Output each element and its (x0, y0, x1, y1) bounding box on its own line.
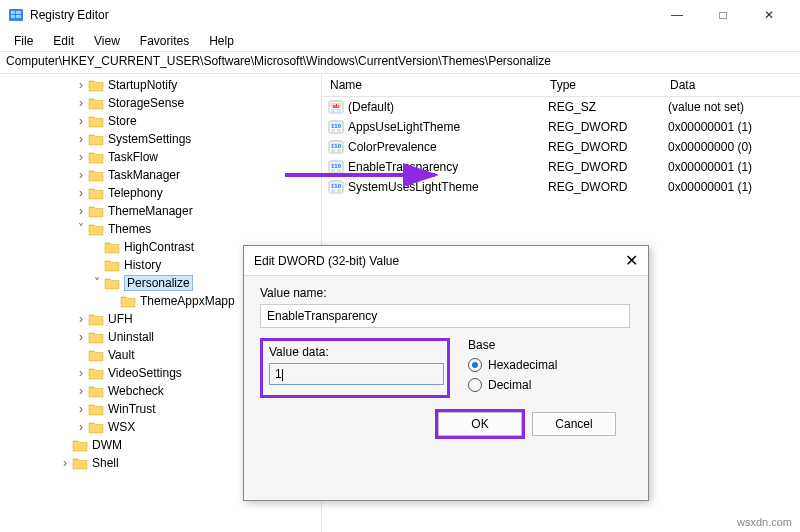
svg-rect-29 (337, 189, 341, 192)
tree-node-label: History (124, 258, 161, 272)
tree-node[interactable]: ˅Themes (10, 220, 321, 238)
folder-icon (88, 186, 104, 200)
col-data[interactable]: Data (662, 74, 800, 96)
dialog-titlebar[interactable]: Edit DWORD (32-bit) Value ✕ (244, 246, 648, 276)
folder-icon (88, 222, 104, 236)
tree-node[interactable]: ›TaskManager (10, 166, 321, 184)
expand-icon[interactable]: › (74, 330, 88, 344)
menu-view[interactable]: View (84, 32, 130, 50)
radio-hex[interactable]: Hexadecimal (468, 358, 557, 372)
value-data-label: Value data: (269, 345, 441, 359)
cancel-button[interactable]: Cancel (532, 412, 616, 436)
expand-icon[interactable]: › (74, 150, 88, 164)
list-row[interactable]: 110SystemUsesLightThemeREG_DWORD0x000000… (322, 177, 800, 197)
svg-rect-1 (11, 11, 15, 14)
value-name-field[interactable]: EnableTransparency (260, 304, 630, 328)
reg-dword-icon: 110 (328, 119, 344, 135)
tree-node-label: Vault (108, 348, 134, 362)
cell-type: REG_SZ (548, 100, 668, 114)
ok-button[interactable]: OK (438, 412, 522, 436)
col-name[interactable]: Name (322, 74, 542, 96)
cell-name: AppsUseLightTheme (348, 120, 548, 134)
folder-icon (72, 456, 88, 470)
expand-icon[interactable]: › (74, 402, 88, 416)
tree-node-label: StorageSense (108, 96, 184, 110)
dialog-close-button[interactable]: ✕ (625, 251, 638, 270)
dialog-buttons: OK Cancel (260, 398, 632, 436)
cell-type: REG_DWORD (548, 140, 668, 154)
expand-icon[interactable]: ˅ (90, 276, 104, 290)
expand-icon[interactable]: › (74, 366, 88, 380)
tree-node[interactable]: ›Telephony (10, 184, 321, 202)
folder-icon (88, 348, 104, 362)
svg-text:110: 110 (331, 123, 342, 129)
cell-type: REG_DWORD (548, 180, 668, 194)
cell-data: 0x00000000 (0) (668, 140, 794, 154)
reg-string-icon: ab (328, 99, 344, 115)
folder-icon (104, 276, 120, 290)
base-label: Base (468, 338, 557, 352)
tree-node-label: Webcheck (108, 384, 164, 398)
expand-icon[interactable]: › (74, 312, 88, 326)
expand-icon[interactable]: › (74, 420, 88, 434)
minimize-button[interactable]: — (654, 0, 700, 30)
cell-name: SystemUsesLightTheme (348, 180, 548, 194)
window-controls: — □ ✕ (654, 0, 792, 30)
cell-name: (Default) (348, 100, 548, 114)
folder-icon (88, 96, 104, 110)
radio-dec[interactable]: Decimal (468, 378, 557, 392)
list-body: ab(Default)REG_SZ(value not set)110AppsU… (322, 97, 800, 197)
svg-rect-19 (337, 149, 341, 152)
folder-icon (88, 78, 104, 92)
expand-icon[interactable]: › (74, 96, 88, 110)
tree-node-label: Telephony (108, 186, 163, 200)
svg-rect-8 (331, 109, 335, 112)
list-row[interactable]: 110ColorPrevalenceREG_DWORD0x00000000 (0… (322, 137, 800, 157)
tree-node[interactable]: ›StorageSense (10, 94, 321, 112)
menu-file[interactable]: File (4, 32, 43, 50)
value-name-label: Value name: (260, 286, 632, 300)
svg-rect-28 (331, 189, 335, 192)
tree-node[interactable]: ›TaskFlow (10, 148, 321, 166)
address-bar[interactable]: Computer\HKEY_CURRENT_USER\Software\Micr… (0, 52, 800, 74)
menu-edit[interactable]: Edit (43, 32, 84, 50)
cell-data: 0x00000001 (1) (668, 160, 794, 174)
list-row[interactable]: ab(Default)REG_SZ(value not set) (322, 97, 800, 117)
expand-icon[interactable]: › (58, 456, 72, 470)
folder-icon (88, 384, 104, 398)
folder-icon (88, 204, 104, 218)
cell-data: 0x00000001 (1) (668, 120, 794, 134)
list-row[interactable]: 110EnableTransparencyREG_DWORD0x00000001… (322, 157, 800, 177)
svg-rect-4 (16, 15, 21, 18)
tree-node[interactable]: ›Store (10, 112, 321, 130)
radio-dec-input[interactable] (468, 378, 482, 392)
tree-node-label: Store (108, 114, 137, 128)
close-button[interactable]: ✕ (746, 0, 792, 30)
menu-help[interactable]: Help (199, 32, 244, 50)
expand-icon[interactable]: ˅ (74, 222, 88, 236)
maximize-button[interactable]: □ (700, 0, 746, 30)
tree-node-label: HighContrast (124, 240, 194, 254)
tree-node[interactable]: ›ThemeManager (10, 202, 321, 220)
radio-hex-input[interactable] (468, 358, 482, 372)
value-data-field[interactable]: 1 (269, 363, 444, 385)
menu-favorites[interactable]: Favorites (130, 32, 199, 50)
expand-icon[interactable]: › (74, 78, 88, 92)
tree-node[interactable]: ›SystemSettings (10, 130, 321, 148)
list-row[interactable]: 110AppsUseLightThemeREG_DWORD0x00000001 … (322, 117, 800, 137)
tree-node[interactable]: ›StartupNotify (10, 76, 321, 94)
expand-icon[interactable]: › (74, 204, 88, 218)
expand-icon[interactable]: › (74, 168, 88, 182)
expand-icon[interactable]: › (74, 114, 88, 128)
folder-icon (88, 168, 104, 182)
tree-node-label: WSX (108, 420, 135, 434)
col-type[interactable]: Type (542, 74, 662, 96)
expand-icon[interactable]: › (74, 132, 88, 146)
expand-icon[interactable]: › (74, 384, 88, 398)
folder-icon (104, 240, 120, 254)
cell-name: ColorPrevalence (348, 140, 548, 154)
tree-node-label: Personalize (124, 275, 193, 291)
reg-dword-icon: 110 (328, 179, 344, 195)
expand-icon[interactable]: › (74, 186, 88, 200)
tree-node-label: Themes (108, 222, 151, 236)
